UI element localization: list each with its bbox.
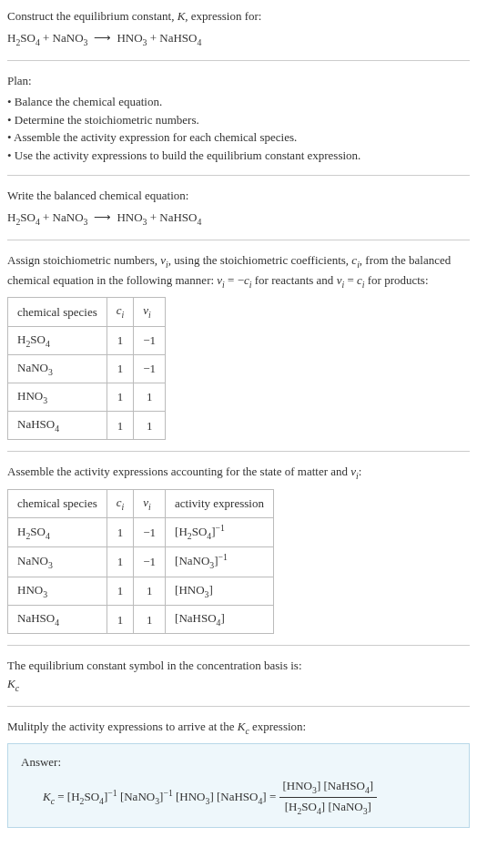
table-row: HNO3 1 1 [8,383,166,412]
cell-ci: 1 [107,577,134,606]
cell-species: H2SO4 [8,326,107,354]
problem-header: Construct the equilibrium constant, K, e… [7,7,470,49]
table-header-row: chemical species ci νi activity expressi… [8,489,274,517]
table-row: H2SO4 1 −1 [8,326,166,354]
plan-title: Plan: [7,72,470,90]
cell-ci: 1 [107,547,134,577]
plan-item: Determine the stoichiometric numbers. [7,111,470,129]
cell-species: NaNO3 [8,354,107,383]
cell-ci: 1 [107,383,134,412]
multiply-intro: Mulitply the activity expressions to arr… [7,718,470,738]
plan-list: Balance the chemical equation. Determine… [7,93,470,164]
cell-ci: 1 [107,412,134,440]
frac-numerator: [HNO3] [NaHSO4] [279,777,378,798]
answer-lhs: Kc = [H2SO4]−1 [NaNO3]−1 [HNO3] [NaHSO4]… [43,790,279,803]
stoich-section: Assign stoichiometric numbers, νi, using… [7,251,470,441]
cell-species: HNO3 [8,577,107,606]
col-header: ci [107,489,134,517]
problem-equation: H2SO4 + NaNO3 ⟶ HNO3 + NaHSO4 [7,29,470,49]
balanced-title: Write the balanced chemical equation: [7,187,470,205]
table-header-row: chemical species ci νi [8,298,166,326]
activity-intro: Assemble the activity expressions accoun… [7,463,470,483]
cell-species: NaHSO4 [8,606,107,634]
plan-item: Balance the chemical equation. [7,93,470,111]
cell-vi: −1 [134,326,166,354]
cell-vi: −1 [134,547,166,577]
symbol-section: The equilibrium constant symbol in the c… [7,657,470,695]
problem-line1: Construct the equilibrium constant, K, e… [7,7,470,26]
answer-box: Answer: Kc = [H2SO4]−1 [NaNO3]−1 [HNO3] … [7,743,470,828]
plan-item: Use the activity expressions to build th… [7,147,470,165]
cell-vi: 1 [134,383,166,412]
cell-activity: [NaNO3]−1 [166,547,274,577]
plan-section: Plan: Balance the chemical equation. Det… [7,72,470,165]
col-header: chemical species [8,489,107,517]
balanced-section: Write the balanced chemical equation: H2… [7,187,470,229]
multiply-section: Mulitply the activity expressions to arr… [7,718,470,828]
cell-ci: 1 [107,517,134,547]
table-row: NaNO3 1 −1 [8,354,166,383]
divider [7,60,470,61]
table-row: NaHSO4 1 1 [8,412,166,440]
table-row: HNO3 1 1 [HNO3] [8,577,274,606]
cell-species: HNO3 [8,383,107,412]
symbol-line1: The equilibrium constant symbol in the c… [7,657,470,675]
col-header: νi [134,489,166,517]
answer-label: Answer: [21,753,456,771]
cell-vi: −1 [134,517,166,547]
activity-table: chemical species ci νi activity expressi… [7,489,274,635]
activity-section: Assemble the activity expressions accoun… [7,463,470,634]
col-header: νi [134,298,166,326]
stoich-intro: Assign stoichiometric numbers, νi, using… [7,251,470,291]
divider [7,706,470,707]
divider [7,451,470,452]
cell-vi: 1 [134,577,166,606]
cell-activity: [NaHSO4] [166,606,274,634]
col-header: ci [107,298,134,326]
divider [7,175,470,176]
cell-vi: −1 [134,354,166,383]
answer-fraction: [HNO3] [NaHSO4][H2SO4] [NaNO3] [279,777,378,818]
table-row: H2SO4 1 −1 [H2SO4]−1 [8,517,274,547]
cell-species: H2SO4 [8,517,107,547]
divider [7,240,470,240]
cell-species: NaNO3 [8,547,107,577]
plan-item: Assemble the activity expression for eac… [7,128,470,147]
cell-vi: 1 [134,412,166,440]
cell-activity: [H2SO4]−1 [166,517,274,547]
divider [7,645,470,646]
table-row: NaHSO4 1 1 [NaHSO4] [8,606,274,634]
cell-species: NaHSO4 [8,412,107,440]
table-row: NaNO3 1 −1 [NaNO3]−1 [8,547,274,577]
frac-denominator: [H2SO4] [NaNO3] [279,798,378,818]
col-header: chemical species [8,298,107,326]
cell-ci: 1 [107,326,134,354]
balanced-equation: H2SO4 + NaNO3 ⟶ HNO3 + NaHSO4 [7,209,470,229]
cell-ci: 1 [107,606,134,634]
cell-activity: [HNO3] [166,577,274,606]
answer-expression: Kc = [H2SO4]−1 [NaNO3]−1 [HNO3] [NaHSO4]… [21,777,456,818]
col-header: activity expression [166,489,274,517]
cell-ci: 1 [107,354,134,383]
cell-vi: 1 [134,606,166,634]
symbol-line2: Kc [7,675,470,695]
stoich-table: chemical species ci νi H2SO4 1 −1 NaNO3 … [7,297,166,440]
